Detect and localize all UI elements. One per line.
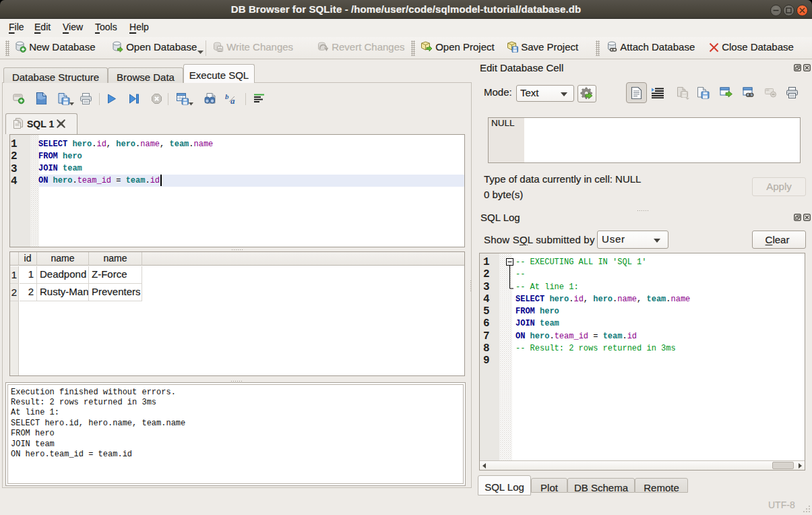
- svg-text:a: a: [230, 96, 235, 105]
- svg-text:b: b: [225, 93, 229, 100]
